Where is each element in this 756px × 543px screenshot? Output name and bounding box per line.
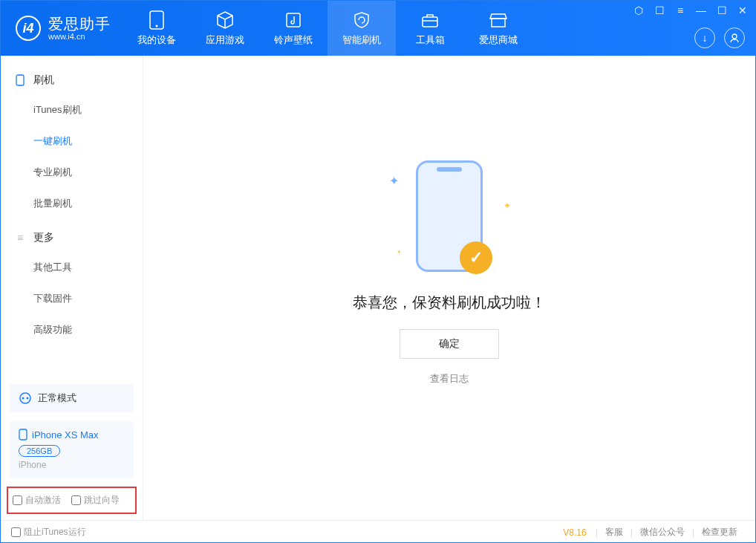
logo-text: 爱思助手 www.i4.cn xyxy=(48,16,111,41)
svg-point-10 xyxy=(27,397,29,400)
nav-my-device[interactable]: 我的设备 xyxy=(123,1,191,56)
maximize-button[interactable]: ☐ xyxy=(715,4,729,17)
storage-badge: 256GB xyxy=(19,445,60,457)
block-itunes-option[interactable]: 阻止iTunes运行 xyxy=(11,526,86,539)
device-icon xyxy=(146,10,167,30)
sidebar-item-other-tools[interactable]: 其他工具 xyxy=(1,252,143,283)
download-button[interactable]: ↓ xyxy=(694,27,715,48)
store-icon xyxy=(488,10,509,30)
cube-icon xyxy=(215,10,235,30)
account-button[interactable] xyxy=(724,27,745,48)
section-more: ≡ 更多 其他工具 下载固件 高级功能 xyxy=(1,224,143,350)
support-link[interactable]: 客服 xyxy=(605,526,623,539)
logo-title: 爱思助手 xyxy=(48,16,111,32)
feedback-icon[interactable]: ☐ xyxy=(653,4,666,17)
sidebar: 刷机 iTunes刷机 一键刷机 专业刷机 批量刷机 ≡ 更多 其他工具 下载固… xyxy=(1,56,143,520)
body: 刷机 iTunes刷机 一键刷机 专业刷机 批量刷机 ≡ 更多 其他工具 下载固… xyxy=(1,56,755,520)
success-message: 恭喜您，保资料刷机成功啦！ xyxy=(353,293,546,313)
nav-smart-flash[interactable]: 智能刷机 xyxy=(328,1,396,56)
section-more-header[interactable]: ≡ 更多 xyxy=(1,224,143,252)
logo: i4 爱思助手 www.i4.cn xyxy=(1,16,123,41)
svg-point-9 xyxy=(22,397,25,400)
list-icon: ≡ xyxy=(14,232,26,244)
ok-button[interactable]: 确定 xyxy=(400,329,499,359)
section-flash-header[interactable]: 刷机 xyxy=(1,66,143,94)
block-itunes-checkbox[interactable] xyxy=(11,527,21,537)
nav-ringtone-wallpaper[interactable]: 铃声壁纸 xyxy=(259,1,328,56)
phone-illustration: ✓ xyxy=(416,160,483,272)
titlebar: i4 爱思助手 www.i4.cn 我的设备 应用游戏 铃声壁纸 智能刷机 工具… xyxy=(1,1,755,56)
logo-url: www.i4.cn xyxy=(48,32,111,41)
device-type: iPhone xyxy=(19,460,125,470)
svg-rect-7 xyxy=(16,75,24,85)
opt-auto-activate[interactable]: 自动激活 xyxy=(13,494,61,507)
svg-point-1 xyxy=(156,25,158,27)
sparkle-icon: ✦ xyxy=(504,201,511,211)
auto-activate-checkbox[interactable] xyxy=(13,495,22,505)
view-log-link[interactable]: 查看日志 xyxy=(430,372,469,386)
toolbox-icon xyxy=(420,10,440,30)
svg-rect-2 xyxy=(287,13,300,27)
options-highlighted: 自动激活 跳过向导 xyxy=(7,487,137,514)
device-info[interactable]: iPhone XS Max 256GB iPhone xyxy=(10,421,134,478)
svg-rect-3 xyxy=(423,17,437,27)
device-name: iPhone XS Max xyxy=(19,429,125,440)
header-actions: ↓ xyxy=(694,27,745,48)
sidebar-item-batch-flash[interactable]: 批量刷机 xyxy=(1,188,143,219)
sidebar-item-onekey-flash[interactable]: 一键刷机 xyxy=(1,126,143,157)
menu-icon[interactable]: ≡ xyxy=(674,4,687,17)
check-icon: ✓ xyxy=(460,241,492,274)
tshirt-icon[interactable]: ⬡ xyxy=(632,4,645,17)
sidebar-item-download-firmware[interactable]: 下载固件 xyxy=(1,283,143,314)
nav-apps-games[interactable]: 应用游戏 xyxy=(191,1,259,56)
check-update-link[interactable]: 检查更新 xyxy=(702,526,737,539)
sidebar-item-itunes-flash[interactable]: iTunes刷机 xyxy=(1,94,143,126)
skip-guide-checkbox[interactable] xyxy=(71,495,81,505)
device-small-icon xyxy=(14,74,26,86)
svg-rect-11 xyxy=(19,429,27,440)
section-flash: 刷机 iTunes刷机 一键刷机 专业刷机 批量刷机 xyxy=(1,66,143,224)
nav-store[interactable]: 爱思商城 xyxy=(464,1,532,56)
status-icon xyxy=(19,391,32,405)
logo-icon: i4 xyxy=(16,16,41,41)
nav-toolbox[interactable]: 工具箱 xyxy=(396,1,464,56)
main-content: ✓ ✦ ✦ ✦ 恭喜您，保资料刷机成功啦！ 确定 查看日志 xyxy=(143,56,755,520)
sparkle-icon: ✦ xyxy=(389,174,399,188)
version-label: V8.16 xyxy=(563,527,586,538)
minimize-button[interactable]: — xyxy=(694,4,708,17)
close-button[interactable]: ✕ xyxy=(736,4,749,17)
refresh-shield-icon xyxy=(351,10,372,30)
opt-skip-guide[interactable]: 跳过向导 xyxy=(71,494,120,507)
svg-point-6 xyxy=(732,34,737,39)
sparkle-icon: ✦ xyxy=(397,249,402,256)
svg-rect-5 xyxy=(492,19,505,27)
device-mode-status[interactable]: 正常模式 xyxy=(10,384,134,412)
success-illustration: ✓ ✦ ✦ ✦ xyxy=(416,160,483,272)
wechat-link[interactable]: 微信公众号 xyxy=(640,526,685,539)
music-icon xyxy=(283,10,304,30)
phone-icon xyxy=(19,429,27,440)
footer: 阻止iTunes运行 V8.16 | 客服 | 微信公众号 | 检查更新 xyxy=(1,520,755,543)
sidebar-item-pro-flash[interactable]: 专业刷机 xyxy=(1,157,143,188)
sidebar-item-advanced[interactable]: 高级功能 xyxy=(1,314,143,345)
svg-point-8 xyxy=(20,393,30,403)
window-controls: ⬡ ☐ ≡ — ☐ ✕ xyxy=(632,4,749,17)
nav: 我的设备 应用游戏 铃声壁纸 智能刷机 工具箱 爱思商城 xyxy=(123,1,532,56)
